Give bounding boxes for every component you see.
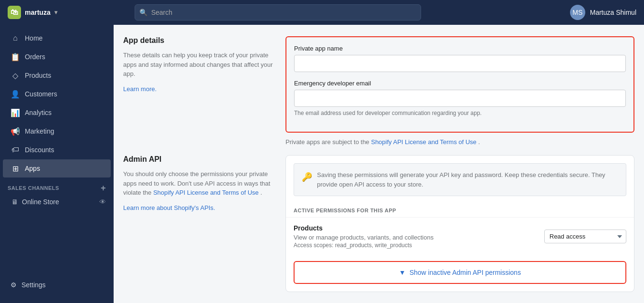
- sidebar-item-label: Online Store: [22, 198, 59, 206]
- app-details-left: App details These details can help you k…: [123, 36, 276, 146]
- permission-info: Products View or manage products, varian…: [294, 224, 433, 249]
- admin-api-section: Admin API You should only choose the per…: [114, 146, 644, 303]
- emergency-email-label: Emergency developer email: [294, 80, 626, 87]
- analytics-icon: 📊: [11, 108, 20, 117]
- sidebar-item-label: Products: [25, 72, 51, 79]
- user-name: Martuza Shimul: [590, 9, 636, 16]
- shopify-icon: 🛍: [8, 6, 21, 19]
- sidebar-item-marketing[interactable]: 📢 Marketing: [3, 122, 111, 140]
- app-details-form: Private app name Emergency developer ema…: [285, 36, 634, 133]
- permission-row-products: Products View or manage products, varian…: [286, 217, 634, 255]
- permission-name: Products: [294, 224, 433, 232]
- customers-icon: 👤: [11, 89, 20, 99]
- sidebar-item-label: Home: [25, 34, 42, 42]
- emergency-email-input[interactable]: [294, 90, 626, 107]
- settings-icon: ⚙: [11, 281, 17, 289]
- private-app-name-label: Private app name: [294, 45, 626, 52]
- admin-terms-link[interactable]: Shopify API License and Terms of Use: [153, 189, 259, 196]
- sidebar-item-customers[interactable]: 👤 Customers: [3, 85, 111, 103]
- main-layout: ⌂ Home 📋 Orders ◇ Products 👤 Customers 📊…: [0, 25, 644, 303]
- app-details-description: These details can help you keep track of…: [123, 51, 276, 79]
- terms-link[interactable]: Shopify API License and Terms of Use: [371, 138, 476, 146]
- sidebar-item-label: Analytics: [25, 109, 52, 116]
- show-inactive-label: Show inactive Admin API permissions: [410, 269, 521, 276]
- sidebar-item-label: Customers: [25, 90, 57, 98]
- page-wrapper: App details These details can help you k…: [114, 25, 644, 303]
- api-info-text: Saving these permissions will generate y…: [317, 170, 618, 189]
- sidebar-item-analytics[interactable]: 📊 Analytics: [3, 104, 111, 122]
- orders-icon: 📋: [11, 52, 20, 62]
- eye-icon: 👁: [99, 198, 106, 206]
- emergency-email-group: Emergency developer email The email addr…: [294, 80, 626, 116]
- sidebar: ⌂ Home 📋 Orders ◇ Products 👤 Customers 📊…: [0, 25, 114, 303]
- admin-api-title: Admin API: [123, 155, 276, 164]
- private-app-name-group: Private app name: [294, 45, 626, 72]
- admin-api-right-card: 🔑 Saving these permissions will generate…: [285, 155, 634, 292]
- active-permissions-label: ACTIVE PERMISSIONS FOR THIS APP: [286, 200, 634, 217]
- sidebar-item-apps[interactable]: ⊞ Apps: [3, 159, 111, 178]
- search-input[interactable]: [135, 4, 421, 21]
- permission-access-select[interactable]: No access Read access Read and write acc…: [544, 230, 626, 243]
- user-menu[interactable]: MS Martuza Shimul: [570, 5, 636, 20]
- learn-more-link[interactable]: Learn more.: [123, 85, 157, 93]
- api-info-box: 🔑 Saving these permissions will generate…: [294, 163, 626, 196]
- sales-channels-label: SALES CHANNELS +: [0, 178, 114, 194]
- permission-description: View or manage products, variants, and c…: [294, 234, 433, 241]
- private-app-name-input[interactable]: [294, 55, 626, 72]
- products-icon: ◇: [11, 71, 20, 80]
- sidebar-item-settings[interactable]: ⚙ Settings: [3, 277, 111, 293]
- app-details-title: App details: [123, 36, 276, 45]
- sidebar-item-label: Settings: [21, 281, 46, 289]
- search-icon: 🔍: [139, 9, 148, 16]
- home-icon: ⌂: [11, 33, 20, 43]
- terms-note: Private apps are subject to the Shopify …: [285, 138, 634, 146]
- marketing-icon: 📢: [11, 126, 20, 136]
- admin-api-description: You should only choose the permissions y…: [123, 169, 276, 198]
- admin-learn-more-link[interactable]: Learn more about Shopify's APIs.: [123, 204, 215, 211]
- api-key-icon: 🔑: [302, 171, 312, 184]
- sidebar-item-products[interactable]: ◇ Products: [3, 66, 111, 84]
- search-container: 🔍: [135, 4, 421, 21]
- avatar: MS: [570, 5, 585, 20]
- app-details-section: App details These details can help you k…: [114, 25, 644, 146]
- sidebar-item-label: Discounts: [25, 146, 54, 154]
- permission-scopes: Access scopes: read_products, write_prod…: [294, 242, 433, 249]
- store-name: martuza: [25, 9, 51, 16]
- sidebar-item-label: Orders: [25, 53, 45, 61]
- add-sales-channel-button[interactable]: +: [101, 184, 106, 192]
- sidebar-item-online-store[interactable]: 🖥 Online Store 👁: [0, 194, 114, 209]
- top-navigation: 🛍 martuza ▾ 🔍 MS Martuza Shimul: [0, 0, 644, 25]
- apps-icon: ⊞: [11, 164, 20, 173]
- sidebar-item-home[interactable]: ⌂ Home: [3, 29, 111, 47]
- admin-api-left: Admin API You should only choose the per…: [123, 155, 276, 292]
- sidebar-item-discounts[interactable]: 🏷 Discounts: [3, 141, 111, 159]
- sidebar-item-label: Apps: [25, 165, 40, 172]
- content-area: App details These details can help you k…: [114, 25, 644, 303]
- sidebar-item-orders[interactable]: 📋 Orders: [3, 48, 111, 66]
- store-chevron-icon: ▾: [54, 9, 57, 16]
- emergency-email-hint: The email address used for developer com…: [294, 110, 626, 116]
- dropdown-arrow-icon: ▼: [399, 269, 406, 276]
- show-inactive-button[interactable]: ▼ Show inactive Admin API permissions: [294, 261, 626, 284]
- app-details-form-card: Private app name Emergency developer ema…: [285, 36, 634, 146]
- online-store-icon: 🖥: [11, 198, 18, 206]
- sidebar-item-label: Marketing: [25, 127, 54, 135]
- discounts-icon: 🏷: [11, 145, 20, 155]
- store-logo[interactable]: 🛍 martuza ▾: [8, 6, 57, 19]
